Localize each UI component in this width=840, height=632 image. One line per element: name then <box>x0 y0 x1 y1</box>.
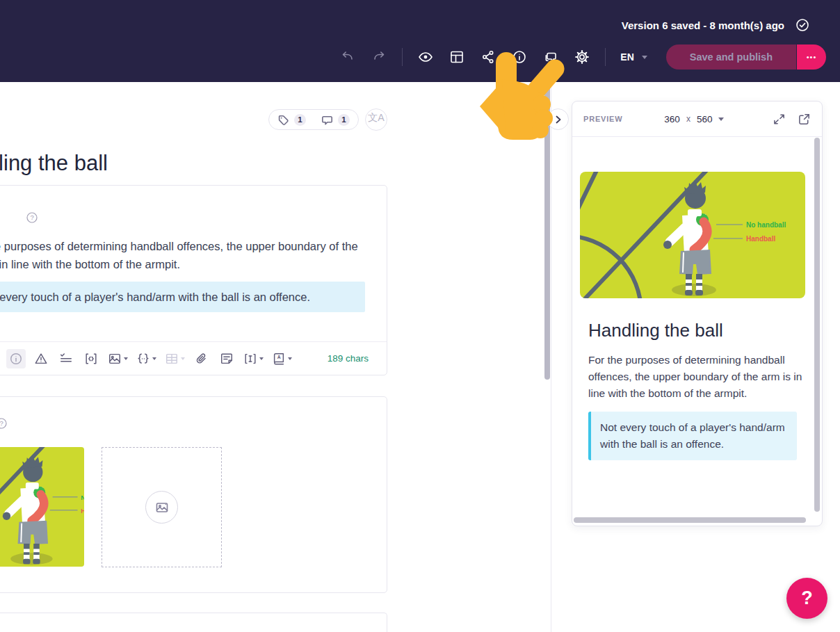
image-thumbnail[interactable] <box>0 447 84 567</box>
preview-text-area: Handling the ball For the purposes of de… <box>572 318 822 460</box>
text-block-note[interactable]: Not every touch of a player's hand/arm w… <box>0 282 365 312</box>
add-image-placeholder[interactable] <box>102 447 222 567</box>
preview-width-value: 360 <box>664 114 680 124</box>
placeholder-tool-icon[interactable] <box>242 349 265 368</box>
page-scrollbar[interactable] <box>544 82 550 380</box>
collapse-preview-button[interactable] <box>547 108 569 130</box>
tag-icon <box>277 114 289 126</box>
publish-button-group: Save and publish ••• <box>666 44 826 70</box>
chevron-down-icon <box>288 357 292 362</box>
chevron-right-icon <box>554 115 563 124</box>
help-circle-icon[interactable]: ? <box>0 418 7 429</box>
preview-image <box>580 172 805 298</box>
help-button[interactable]: ? <box>786 578 827 619</box>
language-code: EN <box>620 51 633 63</box>
undo-icon[interactable] <box>339 49 356 65</box>
glossary-tool-icon[interactable]: A <box>270 349 293 368</box>
comments-icon[interactable] <box>542 49 559 65</box>
preview-eye-icon[interactable] <box>417 49 434 65</box>
header-toolbar: EN Save and publish ••• <box>339 44 826 70</box>
version-status-text: Version 6 saved - 8 month(s) ago <box>622 19 784 31</box>
image-block-body <box>0 447 370 592</box>
note-tool-icon[interactable] <box>217 349 236 368</box>
character-count: 189 chars <box>328 353 369 364</box>
app-window: Version 6 saved - 8 month(s) ago <box>0 0 840 632</box>
preview-header: PREVIEW 360 x 560 <box>572 102 822 137</box>
editor-column: 1 1 文A Handling the ball ? For the purpo… <box>0 82 551 632</box>
preview-paragraph: For the purposes of determining handball… <box>588 352 805 402</box>
settings-gear-icon[interactable] <box>574 49 590 65</box>
next-block-card <box>0 613 387 632</box>
save-and-publish-button[interactable]: Save and publish <box>666 44 796 70</box>
text-block-paragraph[interactable]: For the purposes of determining handball… <box>0 237 371 273</box>
language-selector[interactable]: EN <box>620 51 647 63</box>
page-meta-row: 1 1 文A <box>0 108 387 131</box>
code-block-tool-icon[interactable] <box>81 349 101 368</box>
info-icon[interactable] <box>511 49 528 65</box>
toolbar-divider <box>402 48 403 66</box>
chevron-down-icon <box>181 357 185 362</box>
more-options-button[interactable]: ••• <box>797 44 826 70</box>
text-block-header: ? <box>0 186 370 223</box>
warning-tool-icon[interactable] <box>31 349 51 368</box>
preview-label: PREVIEW <box>583 115 622 123</box>
saved-check-icon <box>794 17 811 33</box>
editor-content: 1 1 文A Handling the ball ? For the purpo… <box>0 82 387 632</box>
tags-comments-pill[interactable]: 1 1 <box>268 109 359 130</box>
expand-icon[interactable] <box>773 113 786 126</box>
svg-text:A: A <box>277 355 281 359</box>
save-status: Version 6 saved - 8 month(s) ago <box>622 17 811 33</box>
open-new-window-icon[interactable] <box>798 113 811 126</box>
handball-illustration <box>580 172 805 298</box>
preview-height-value: 560 <box>697 114 713 124</box>
help-circle-icon[interactable]: ? <box>26 212 38 223</box>
svg-text:?: ? <box>31 213 34 221</box>
preview-horizontal-scrollbar[interactable] <box>574 517 806 523</box>
attachment-tool-icon[interactable] <box>192 349 211 368</box>
checklist-tool-icon[interactable] <box>56 349 76 368</box>
top-bar: Version 6 saved - 8 month(s) ago <box>0 0 840 82</box>
preview-title: Handling the ball <box>588 318 822 343</box>
text-block-card: ? For the purposes of determining handba… <box>0 185 387 375</box>
preview-note: Not every touch of a player's hand/arm w… <box>588 412 797 460</box>
preview-header-actions <box>773 113 811 126</box>
chevron-down-icon <box>718 118 724 124</box>
image-tool-icon[interactable] <box>106 349 129 368</box>
comment-icon <box>321 114 333 126</box>
preview-size-selector[interactable]: 360 x 560 <box>664 114 724 124</box>
editor-toolbar: A 189 chars <box>0 341 387 375</box>
toolbar-divider <box>605 48 606 66</box>
chevron-down-icon <box>642 56 647 62</box>
layout-icon[interactable] <box>449 49 465 65</box>
preview-size-separator: x <box>686 114 690 124</box>
translate-button[interactable]: 文A <box>365 108 387 131</box>
variables-tool-icon[interactable] <box>135 349 158 368</box>
preview-vertical-scrollbar[interactable] <box>814 138 820 512</box>
tags-count-badge: 1 <box>294 114 306 126</box>
redo-icon[interactable] <box>371 49 387 65</box>
svg-text:?: ? <box>0 419 3 427</box>
preview-body: Handling the ball For the purposes of de… <box>572 137 822 460</box>
translate-icon: 文A <box>366 109 387 130</box>
preview-panel: PREVIEW 360 x 560 Handling the ball For … <box>572 101 823 526</box>
image-upload-circle <box>145 491 178 524</box>
panel-divider <box>551 82 551 632</box>
svg-text:文A: 文A <box>368 112 385 123</box>
handball-illustration-thumb <box>0 447 84 567</box>
info-tool-icon[interactable] <box>6 349 26 368</box>
table-tool-icon <box>163 349 186 368</box>
image-block-card: ? <box>0 396 387 593</box>
chevron-down-icon <box>259 357 264 362</box>
comments-count-badge: 1 <box>338 114 350 126</box>
share-icon[interactable] <box>480 49 496 65</box>
chevron-down-icon <box>152 357 156 362</box>
page-title[interactable]: Handling the ball <box>0 149 387 178</box>
image-placeholder-icon <box>154 500 170 515</box>
chevron-down-icon <box>124 357 128 362</box>
image-block-header: ? <box>0 397 370 429</box>
